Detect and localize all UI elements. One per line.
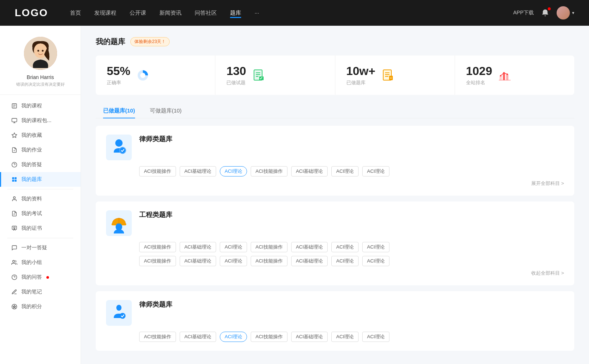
nav-question-bank[interactable]: 题库 bbox=[230, 8, 241, 18]
qbank-tag[interactable]: ACI技能操作 bbox=[251, 166, 288, 176]
expand-link-1[interactable]: 展开全部科目 > bbox=[531, 180, 564, 187]
qbank-tag[interactable]: ACI基础理论 bbox=[291, 166, 328, 176]
qbank-tag[interactable]: ACI理论 bbox=[362, 242, 389, 252]
svg-rect-19 bbox=[15, 180, 17, 182]
qbank-tag[interactable]: ACI基础理论 bbox=[180, 242, 216, 252]
one-on-one-icon bbox=[11, 245, 18, 251]
page-title: 我的题库 bbox=[96, 37, 125, 47]
user-avatar-menu[interactable]: ▾ bbox=[557, 6, 574, 19]
header-right: APP下载 ▾ bbox=[513, 6, 574, 19]
nav-qa[interactable]: 问答社区 bbox=[195, 8, 217, 18]
qbank-footer-1: 展开全部科目 > bbox=[106, 180, 564, 187]
stats-row: 55% 正确率 130 已做试题 bbox=[96, 56, 574, 95]
sidebar-item-questions[interactable]: 我的答疑 bbox=[0, 157, 81, 172]
qbank-tag[interactable]: ACI技能操作 bbox=[139, 256, 176, 266]
svg-point-25 bbox=[13, 260, 14, 262]
nav-home[interactable]: 首页 bbox=[70, 8, 81, 18]
qbank-tag[interactable]: ACI基础理论 bbox=[291, 332, 328, 342]
qbank-tag[interactable]: ACI基础理论 bbox=[180, 332, 216, 342]
sidebar-item-profile[interactable]: 我的资料 bbox=[0, 192, 81, 206]
app-download-link[interactable]: APP下载 bbox=[513, 10, 534, 16]
qbank-icon-lawyer-2 bbox=[106, 300, 132, 326]
nav-more[interactable]: ··· bbox=[254, 8, 259, 18]
qbank-tag[interactable]: ACI理论 bbox=[220, 256, 247, 266]
svg-rect-58 bbox=[118, 218, 120, 224]
stat-site-rank-label: 全站排名 bbox=[466, 79, 492, 86]
qbank-header-2: 工程类题库 bbox=[106, 210, 564, 236]
qbank-tag[interactable]: ACI理论 bbox=[362, 256, 389, 266]
sidebar-item-exam[interactable]: 我的考试 bbox=[0, 206, 81, 221]
qbank-card-lawyer-1: 律师类题库 ACI技能操作 ACI基础理论 ACI理论 ACI技能操作 ACI基… bbox=[96, 126, 574, 196]
sidebar-item-label: 我的课程 bbox=[21, 103, 42, 109]
svg-point-49 bbox=[503, 72, 505, 74]
sidebar-item-homework[interactable]: 我的作业 bbox=[0, 143, 81, 157]
qbank-tag[interactable]: ACI技能操作 bbox=[251, 332, 288, 342]
sidebar-item-question-bank[interactable]: 我的题库 bbox=[0, 172, 81, 187]
qbank-tag[interactable]: ACI基础理论 bbox=[291, 242, 328, 252]
stat-site-rank: 1029 全站排名 bbox=[455, 56, 574, 95]
svg-point-3 bbox=[37, 50, 39, 52]
qa-icon bbox=[11, 274, 18, 281]
profile-avatar bbox=[24, 37, 57, 70]
qbank-tag[interactable]: ACI基础理论 bbox=[291, 256, 328, 266]
qbank-tag[interactable]: ACI技能操作 bbox=[139, 242, 176, 252]
qbank-tag[interactable]: ACI理论 bbox=[331, 256, 359, 266]
qbank-title-1: 律师类题库 bbox=[139, 135, 564, 143]
main-nav: 首页 发现课程 公开课 新闻资讯 问答社区 题库 ··· bbox=[70, 8, 513, 18]
exam-icon bbox=[11, 210, 18, 217]
sidebar-item-course-package[interactable]: 我的课程包... bbox=[0, 113, 81, 128]
svg-point-50 bbox=[507, 74, 508, 75]
stat-site-rank-value: 1029 bbox=[466, 64, 492, 78]
qbank-tag[interactable]: ACI理论 bbox=[220, 242, 247, 252]
qbank-tag[interactable]: ACI基础理论 bbox=[180, 256, 216, 266]
tab-done-banks[interactable]: 已做题库(10) bbox=[96, 104, 142, 118]
profile-motto: 错误的决定比没有决定要好 bbox=[16, 82, 65, 87]
sidebar-item-points[interactable]: 我的积分 bbox=[0, 299, 81, 314]
qbank-tag[interactable]: ACI技能操作 bbox=[139, 332, 176, 342]
page-layout: Brian Harris 错误的决定比没有决定要好 我的课程 我的课程包... bbox=[0, 26, 589, 364]
sidebar-item-label: 我的考试 bbox=[21, 210, 42, 217]
stat-done-questions-label: 已做试题 bbox=[226, 79, 246, 86]
sidebar-item-favorites[interactable]: 我的收藏 bbox=[0, 128, 81, 143]
sidebar-item-my-qa[interactable]: 我的问答 bbox=[0, 270, 81, 285]
sidebar-item-label: 我的答疑 bbox=[21, 161, 42, 168]
qbank-tag[interactable]: ACI技能操作 bbox=[251, 256, 288, 266]
qbank-tag[interactable]: ACI技能操作 bbox=[139, 166, 176, 176]
tab-available-banks[interactable]: 可做题库(10) bbox=[142, 104, 189, 118]
qbank-tag[interactable]: ACI理论 bbox=[331, 332, 359, 342]
svg-point-55 bbox=[120, 147, 126, 153]
nav-discover[interactable]: 发现课程 bbox=[94, 8, 116, 18]
qbank-tag[interactable]: ACI理论 bbox=[362, 166, 389, 176]
qbank-tags-2-row2: ACI技能操作 ACI基础理论 ACI理论 ACI技能操作 ACI基础理论 AC… bbox=[139, 256, 564, 266]
sidebar-item-certificate[interactable]: 我的证书 bbox=[0, 221, 81, 236]
qbank-tag[interactable]: ACI理论 bbox=[362, 332, 389, 342]
qbank-tag[interactable]: ACI理论 bbox=[331, 242, 359, 252]
profile-icon bbox=[11, 196, 18, 202]
qbank-tag-active[interactable]: ACI理论 bbox=[220, 166, 247, 176]
sidebar-item-group[interactable]: 我的小组 bbox=[0, 255, 81, 270]
sidebar-profile: Brian Harris 错误的决定比没有决定要好 bbox=[0, 37, 81, 95]
qa-notification-dot bbox=[46, 276, 49, 279]
sidebar-item-my-courses[interactable]: 我的课程 bbox=[0, 99, 81, 113]
collapse-link[interactable]: 收起全部科目 > bbox=[531, 270, 564, 276]
sidebar-item-label: 一对一答疑 bbox=[21, 245, 47, 251]
qbank-icon-engineer bbox=[106, 210, 132, 236]
nav-open-course[interactable]: 公开课 bbox=[130, 8, 146, 18]
sidebar-item-notes[interactable]: 我的笔记 bbox=[0, 285, 81, 299]
qbank-card-engineer: 工程类题库 ACI技能操作 ACI基础理论 ACI理论 ACI技能操作 ACI基… bbox=[96, 201, 574, 285]
qbank-tag[interactable]: ACI理论 bbox=[331, 166, 359, 176]
header-avatar bbox=[557, 6, 570, 19]
homework-icon bbox=[11, 147, 18, 153]
done-questions-icon bbox=[252, 69, 265, 82]
nav-news[interactable]: 新闻资讯 bbox=[159, 8, 181, 18]
stat-done-banks-value: 10w+ bbox=[346, 64, 375, 78]
svg-rect-16 bbox=[12, 177, 14, 179]
qbank-tag[interactable]: ACI基础理论 bbox=[180, 166, 216, 176]
qbank-tag-active[interactable]: ACI理论 bbox=[220, 332, 247, 342]
notification-bell[interactable] bbox=[541, 9, 549, 17]
rank-chart-icon bbox=[498, 69, 511, 82]
sidebar-item-one-on-one[interactable]: 一对一答疑 bbox=[0, 240, 81, 255]
qbank-tag[interactable]: ACI技能操作 bbox=[251, 242, 288, 252]
sidebar-divider-2 bbox=[7, 238, 73, 238]
stat-done-banks: 10w+ 已做题库 ≡ bbox=[335, 56, 455, 95]
